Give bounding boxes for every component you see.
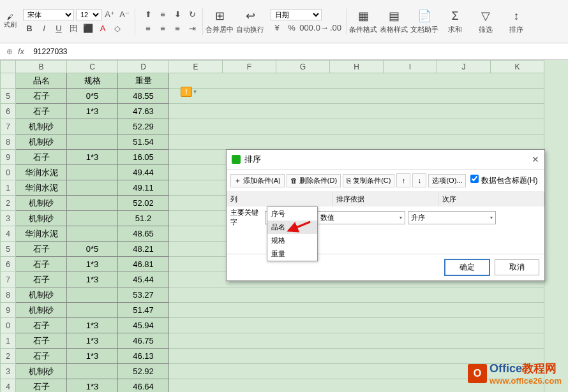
row-header[interactable]: 7: [1, 119, 16, 134]
add-condition-button[interactable]: ＋ 添加条件(A): [230, 174, 285, 187]
wrap-text-button[interactable]: ↩ 自动换行: [236, 4, 264, 40]
table-row[interactable]: 8 机制砂 51.54: [1, 134, 544, 150]
row-header[interactable]: 8: [1, 134, 16, 150]
row-header[interactable]: 1: [1, 180, 16, 196]
cell-spec[interactable]: 1*3: [67, 104, 118, 119]
col-header-j[interactable]: J: [437, 61, 491, 73]
table-row[interactable]: 8 机制砂 53.27: [1, 287, 544, 303]
sort-basis-combo[interactable]: 数值▾: [317, 211, 405, 224]
orientation-icon[interactable]: ↻: [186, 8, 198, 21]
table-row[interactable]: 4 石子 1*3 46.64: [1, 379, 544, 393]
italic-button[interactable]: I: [38, 22, 50, 35]
delete-condition-button[interactable]: 🗑 删除条件(D): [287, 174, 341, 187]
cell-spec[interactable]: [67, 180, 118, 196]
row-header[interactable]: 5: [1, 242, 16, 257]
options-button[interactable]: 选项(O)...: [428, 174, 466, 187]
cell-weight[interactable]: 16.05: [118, 150, 169, 165]
border-button[interactable]: 田: [67, 22, 80, 35]
header-row[interactable]: 品名 规格 重量: [1, 73, 544, 89]
decrease-decimal-icon[interactable]: .00: [329, 22, 342, 34]
align-top-icon[interactable]: ⬆: [142, 8, 154, 21]
cell-spec[interactable]: 1*3: [67, 379, 118, 393]
cell-name[interactable]: 机制砂: [16, 196, 67, 211]
font-size-select[interactable]: 12: [76, 9, 101, 20]
table-style-button[interactable]: ▤ 表格样式: [380, 4, 408, 40]
cell-name[interactable]: 华润水泥: [16, 226, 67, 242]
row-header[interactable]: 9: [1, 150, 16, 165]
col-header-e[interactable]: E: [169, 61, 223, 73]
cell-weight[interactable]: 49.11: [118, 180, 169, 196]
cell-spec[interactable]: [67, 364, 118, 379]
format-painter[interactable]: 🖌 式刷: [4, 13, 17, 29]
row-header[interactable]: 4: [1, 379, 16, 393]
increase-font-icon[interactable]: A⁺: [103, 8, 116, 21]
col-header-d[interactable]: D: [118, 61, 169, 73]
cell-name[interactable]: 石子: [16, 333, 67, 349]
dropdown-arrow-icon[interactable]: ▾: [193, 88, 197, 95]
comma-icon[interactable]: 000: [300, 22, 313, 34]
row-header[interactable]: 3: [1, 211, 16, 226]
cell-name[interactable]: 机制砂: [16, 119, 67, 134]
cell-spec[interactable]: 1*3: [67, 257, 118, 272]
table-row[interactable]: 1 石子 1*3 46.75: [1, 333, 544, 349]
filter-button[interactable]: ▽ 筛选: [472, 4, 500, 40]
cell-spec[interactable]: [67, 226, 118, 242]
col-header-g[interactable]: G: [276, 61, 330, 73]
cell-spec[interactable]: [67, 134, 118, 150]
table-row[interactable]: 9 机制砂 51.47: [1, 303, 544, 318]
font-color-button[interactable]: A: [96, 22, 109, 35]
cell-weight[interactable]: 46.81: [118, 257, 169, 272]
copy-condition-button[interactable]: ⎘ 复制条件(C): [343, 174, 394, 187]
col-header-i[interactable]: I: [384, 61, 437, 73]
align-right-icon[interactable]: ≡: [171, 22, 184, 35]
column-headers[interactable]: B C D E F G H I J K: [1, 61, 544, 73]
cell-header-name[interactable]: 品名: [16, 73, 67, 89]
cell-weight[interactable]: 46.64: [118, 379, 169, 393]
row-header[interactable]: 8: [1, 287, 16, 303]
cell-spec[interactable]: [67, 303, 118, 318]
bold-button[interactable]: B: [23, 22, 36, 35]
cell-name[interactable]: 机制砂: [16, 364, 67, 379]
sum-button[interactable]: Σ 求和: [441, 4, 469, 40]
row-header[interactable]: 7: [1, 272, 16, 287]
underline-button[interactable]: U: [52, 22, 65, 35]
row-header[interactable]: 2: [1, 196, 16, 211]
cell-name[interactable]: 石子: [16, 89, 67, 104]
table-row[interactable]: 5 石子 0*5 48.55: [1, 89, 544, 104]
row-header[interactable]: 5: [1, 89, 16, 104]
move-down-button[interactable]: ↓: [412, 173, 426, 187]
cell-weight[interactable]: 47.63: [118, 104, 169, 119]
col-header-h[interactable]: H: [330, 61, 384, 73]
table-row[interactable]: 0 石子 1*3 45.94: [1, 318, 544, 333]
close-icon[interactable]: ✕: [532, 154, 539, 164]
align-bottom-icon[interactable]: ⬇: [171, 8, 184, 21]
col-header-f[interactable]: F: [223, 61, 276, 73]
cell-weight[interactable]: 51.54: [118, 134, 169, 150]
font-name-select[interactable]: 宋体: [23, 9, 74, 20]
row-header[interactable]: 6: [1, 104, 16, 119]
cell-weight[interactable]: 46.75: [118, 333, 169, 349]
table-row[interactable]: 3 机制砂 52.92: [1, 364, 544, 379]
table-row[interactable]: 6 石子 1*3 47.63: [1, 104, 544, 119]
cell-header-weight[interactable]: 重量: [118, 73, 169, 89]
field-dropdown-list[interactable]: 序号 品名 规格 重量: [267, 207, 318, 261]
fx-icon[interactable]: fx: [18, 47, 24, 56]
cell-spec[interactable]: 1*3: [67, 150, 118, 165]
cell-spec[interactable]: 1*3: [67, 349, 118, 364]
magnify-icon[interactable]: ⊕: [6, 47, 13, 56]
cancel-button[interactable]: 取消: [495, 259, 539, 275]
align-center-icon[interactable]: ≡: [156, 22, 169, 35]
cell-weight[interactable]: 53.27: [118, 287, 169, 303]
row-header[interactable]: 4: [1, 226, 16, 242]
highlight-button[interactable]: ◇: [111, 22, 124, 35]
row-header[interactable]: 3: [1, 364, 16, 379]
cell-weight[interactable]: 48.21: [118, 242, 169, 257]
cell-weight[interactable]: 46.13: [118, 349, 169, 364]
cell-weight[interactable]: 52.29: [118, 119, 169, 134]
formula-input[interactable]: [29, 47, 221, 56]
currency-icon[interactable]: ¥: [271, 22, 283, 34]
cell-spec[interactable]: 1*3: [67, 318, 118, 333]
cell-weight[interactable]: 45.94: [118, 318, 169, 333]
cell-spec[interactable]: 0*5: [67, 242, 118, 257]
cell-name[interactable]: 机制砂: [16, 134, 67, 150]
